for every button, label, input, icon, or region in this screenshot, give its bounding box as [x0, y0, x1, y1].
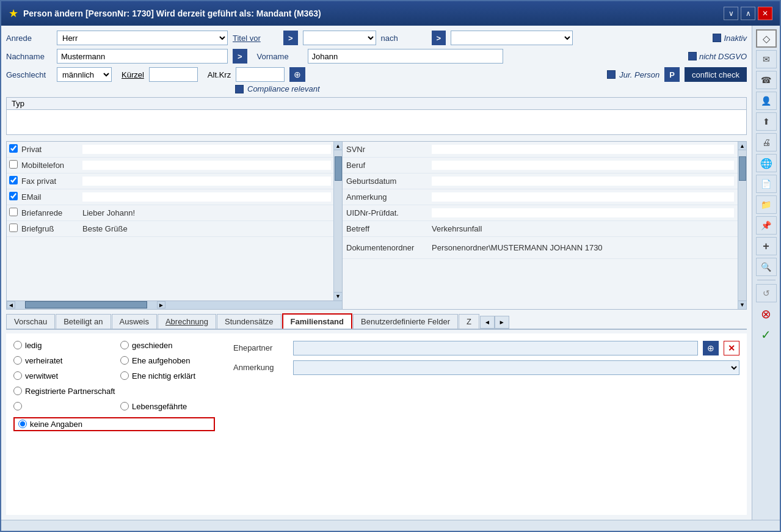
- nachname-arrow-button[interactable]: >: [233, 49, 247, 64]
- radio-ehe-nichtig-input[interactable]: [120, 371, 129, 380]
- svnr-input[interactable]: [432, 145, 734, 154]
- beruf-value[interactable]: [432, 161, 734, 170]
- radio-ehe-aufgehoben-input[interactable]: [120, 356, 129, 365]
- folder-button[interactable]: 📁: [756, 195, 777, 214]
- titel-vor-select[interactable]: [303, 31, 376, 45]
- print-button[interactable]: 🖨: [756, 133, 777, 151]
- geschlecht-select[interactable]: männlich: [57, 67, 112, 82]
- scroll-thumb[interactable]: [335, 156, 342, 181]
- scroll-up-arrow[interactable]: ▲: [334, 142, 342, 150]
- titel-vor-button[interactable]: >: [283, 31, 298, 45]
- radio-keine-angaben[interactable]: keine Angaben: [13, 417, 215, 431]
- inaktiv-checkbox[interactable]: [713, 34, 721, 42]
- geburtsdatum-input[interactable]: [432, 177, 734, 186]
- left-panel-scrollbar[interactable]: ▲ ▼: [333, 142, 342, 301]
- alt-krz-input[interactable]: [236, 67, 285, 82]
- right-scroll-thumb[interactable]: [739, 156, 746, 181]
- radio-geschieden[interactable]: geschieden: [120, 341, 215, 350]
- privat-checkbox[interactable]: [9, 144, 18, 153]
- right-panel-scrollbar[interactable]: ▲ ▼: [738, 142, 746, 309]
- mobiltelefon-checkbox[interactable]: [9, 160, 18, 169]
- uidnr-input[interactable]: [432, 208, 734, 217]
- scroll-down-arrow[interactable]: ▼: [334, 292, 342, 301]
- fax-input[interactable]: [82, 177, 331, 186]
- anmerkung-value[interactable]: [432, 192, 734, 202]
- cancel-button[interactable]: ⊗: [756, 305, 777, 323]
- typ-body[interactable]: [7, 110, 746, 134]
- fax-value[interactable]: [82, 177, 331, 186]
- radio-verheiratet[interactable]: verheiratet: [13, 356, 108, 365]
- close-button[interactable]: ✕: [758, 7, 772, 20]
- upload-button[interactable]: ⬆: [756, 112, 777, 131]
- jur-person-checkbox[interactable]: [607, 70, 616, 79]
- conflict-check-button[interactable]: conflict check: [685, 67, 747, 82]
- radio-geschieden-input[interactable]: [120, 341, 129, 349]
- tab-beteiligt[interactable]: Beteiligt an: [56, 314, 111, 329]
- radio-lebensgefaehrte2-input[interactable]: [120, 402, 129, 410]
- uidnr-value[interactable]: [432, 208, 734, 217]
- tab-scroll-left[interactable]: ◄: [480, 316, 495, 329]
- vorname-input[interactable]: [308, 49, 503, 64]
- h-scroll-thumb[interactable]: [25, 301, 147, 308]
- phone-button[interactable]: ☎: [756, 71, 777, 89]
- briefanrede-checkbox[interactable]: [9, 208, 18, 216]
- anrede-select[interactable]: Herr: [57, 31, 228, 45]
- nicht-dsgvo-checkbox[interactable]: [688, 52, 697, 60]
- mobiltelefon-value[interactable]: [82, 161, 331, 170]
- nachname-input[interactable]: [57, 49, 228, 64]
- new-doc-button[interactable]: 📄: [756, 175, 777, 193]
- ehepartner-clear-button[interactable]: ✕: [724, 341, 739, 355]
- tab-stundensaetze[interactable]: Stundensätze: [217, 314, 282, 329]
- radio-verheiratet-input[interactable]: [13, 356, 22, 365]
- globe-button[interactable]: 🌐: [756, 154, 777, 172]
- tab-scroll-right[interactable]: ►: [495, 316, 509, 329]
- p-button[interactable]: P: [664, 67, 680, 82]
- radio-verwitwet[interactable]: verwitwet: [13, 371, 108, 381]
- svnr-value[interactable]: [432, 145, 734, 154]
- radio-ehe-nichtig[interactable]: Ehe nichtig erklärt: [120, 371, 215, 381]
- radio-ehe-aufgehoben[interactable]: Ehe aufgehoben: [120, 356, 215, 365]
- privat-input[interactable]: [82, 145, 331, 154]
- kuerzel-input[interactable]: [149, 67, 198, 82]
- anmerkung-fam-select[interactable]: [293, 360, 739, 375]
- mobiltelefon-input[interactable]: [82, 161, 331, 170]
- mail-button[interactable]: ✉: [756, 50, 777, 68]
- beruf-input[interactable]: [432, 161, 734, 170]
- tab-benutzerdefiniert[interactable]: Benutzerdefinierte Felder: [353, 314, 458, 329]
- confirm-button[interactable]: ✓: [756, 326, 777, 344]
- warning-button[interactable]: ◇: [756, 29, 777, 48]
- doc-search-button[interactable]: 🔍: [756, 258, 777, 276]
- ehepartner-input[interactable]: [293, 341, 698, 355]
- radio-lebensgefaehrte[interactable]: [13, 402, 108, 411]
- nach-button[interactable]: >: [432, 31, 446, 45]
- radio-verwitwet-input[interactable]: [13, 371, 22, 380]
- radio-ledig[interactable]: ledig: [13, 341, 108, 350]
- tab-abrechnung[interactable]: Abrechnung: [158, 314, 216, 329]
- maximize-button[interactable]: ∧: [741, 7, 755, 20]
- email-checkbox[interactable]: [9, 192, 18, 200]
- minimize-button[interactable]: ∨: [724, 7, 738, 20]
- geburtsdatum-value[interactable]: [432, 177, 734, 186]
- add-button[interactable]: +: [756, 237, 777, 255]
- tab-vorschau[interactable]: Vorschau: [6, 314, 55, 329]
- email-value[interactable]: [82, 192, 331, 202]
- fax-checkbox[interactable]: [9, 176, 18, 184]
- h-scroll-right-arrow[interactable]: ►: [157, 301, 165, 308]
- undo-button[interactable]: ↺: [756, 284, 777, 302]
- right-scroll-up[interactable]: ▲: [738, 142, 746, 150]
- radio-lebensgefaehrte-2[interactable]: Lebensgefährte: [120, 402, 215, 411]
- person-button[interactable]: 👤: [756, 92, 777, 110]
- tab-familienstand[interactable]: Familienstand: [282, 313, 352, 329]
- tab-ausweis[interactable]: Ausweis: [112, 314, 157, 329]
- compliance-checkbox[interactable]: [235, 85, 244, 93]
- alt-krz-search-button[interactable]: ⊕: [289, 67, 305, 82]
- nach-select[interactable]: [451, 31, 573, 45]
- radio-registriert[interactable]: Registrierte Partnerschaft: [13, 387, 215, 396]
- briefgruss-checkbox[interactable]: [9, 224, 18, 232]
- ehepartner-search-button[interactable]: ⊕: [703, 341, 719, 355]
- radio-lebensgefaehrte-input[interactable]: [13, 402, 22, 410]
- h-scroll-left-arrow[interactable]: ◄: [7, 301, 15, 308]
- email-input[interactable]: [82, 192, 331, 202]
- pin-button[interactable]: 📌: [756, 216, 777, 235]
- left-panel-h-scrollbar[interactable]: ◄ ►: [7, 301, 342, 309]
